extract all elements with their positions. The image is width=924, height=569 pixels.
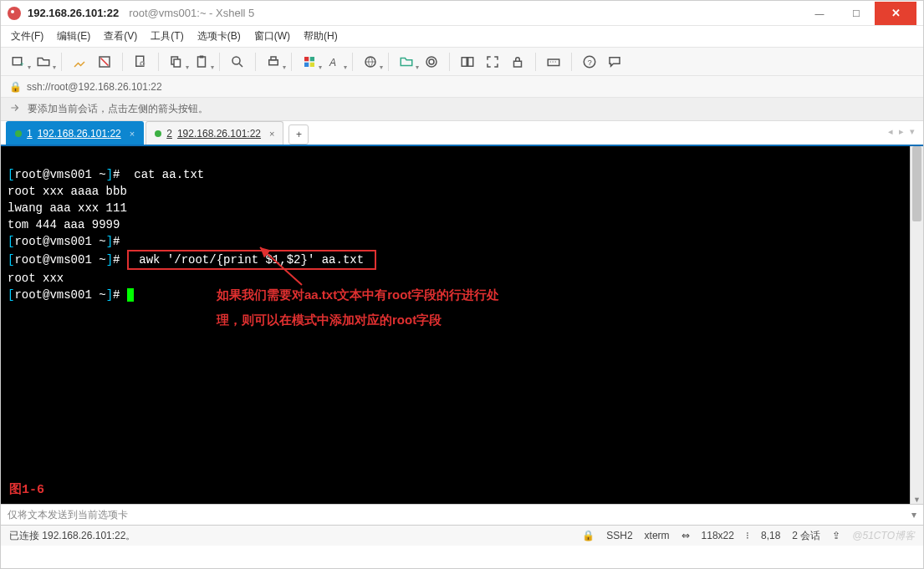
terminal-cursor bbox=[127, 288, 134, 302]
menu-tools[interactable]: 工具(T) bbox=[151, 29, 183, 43]
status-size-icon: ⇔ bbox=[682, 530, 690, 541]
highlighted-command: awk '/root/{print $1,$2}' aa.txt bbox=[127, 250, 376, 270]
disconnect-button[interactable] bbox=[94, 51, 115, 73]
svg-rect-24 bbox=[548, 59, 559, 66]
terminal-scrollbar[interactable]: ▲ ▼ bbox=[910, 146, 923, 504]
tab-number: 2 bbox=[166, 128, 172, 140]
svg-rect-17 bbox=[310, 62, 314, 66]
find-button[interactable] bbox=[227, 51, 248, 73]
fullscreen-button[interactable] bbox=[482, 51, 503, 73]
annotation-text-1: 如果我们需要对aa.txt文本中有root字段的行进行处 bbox=[217, 287, 499, 303]
terminal-area: [[root@vms001 ~]#root@vms001 ~]# cat aa.… bbox=[1, 146, 923, 504]
status-bar: 已连接 192.168.26.101:22。 🔒 SSH2 xterm ⇔ 11… bbox=[1, 526, 923, 546]
tab-nav-arrows[interactable]: ◂ ▸ ▾ bbox=[888, 126, 916, 137]
session-tab-2[interactable]: 2 192.168.26.101:22 × bbox=[145, 121, 283, 145]
scroll-thumb[interactable] bbox=[912, 146, 921, 221]
copy-button[interactable] bbox=[166, 51, 187, 73]
input-dropdown-icon[interactable]: ▾ bbox=[911, 509, 916, 521]
tab-strip: 1 192.168.26.101:22 × 2 192.168.26.101:2… bbox=[1, 121, 923, 146]
status-dot-icon bbox=[15, 130, 22, 137]
encoding-button[interactable] bbox=[360, 51, 381, 73]
status-cursor-pos: 8,18 bbox=[761, 530, 780, 541]
close-button[interactable] bbox=[875, 2, 916, 25]
menu-help[interactable]: 帮助(H) bbox=[304, 29, 338, 43]
svg-rect-12 bbox=[269, 59, 278, 64]
tab-label: 192.168.26.101:22 bbox=[177, 128, 261, 140]
svg-text:+: + bbox=[20, 60, 24, 69]
menu-bar: 文件(F) 编辑(E) 查看(V) 工具(T) 选项卡(B) 窗口(W) 帮助(… bbox=[1, 26, 923, 48]
svg-rect-4 bbox=[136, 56, 144, 66]
svg-rect-22 bbox=[468, 57, 473, 66]
output-line: root xxx aaaa bbb bbox=[8, 185, 127, 198]
window-title-main: 192.168.26.101:22 bbox=[28, 7, 119, 19]
svg-rect-13 bbox=[271, 57, 276, 60]
session-tab-1[interactable]: 1 192.168.26.101:22 × bbox=[6, 121, 144, 145]
print-button[interactable] bbox=[263, 51, 284, 73]
output-line: tom 444 aaa 9999 bbox=[8, 218, 120, 231]
menu-view[interactable]: 查看(V) bbox=[104, 29, 137, 43]
address-url[interactable]: ssh://root@192.168.26.101:22 bbox=[27, 81, 162, 93]
hint-bar: 要添加当前会话，点击左侧的箭头按钮。 bbox=[1, 98, 923, 121]
tab-close-icon[interactable]: × bbox=[130, 129, 135, 139]
svg-line-3 bbox=[101, 58, 109, 65]
scroll-down-icon[interactable]: ▼ bbox=[911, 495, 923, 504]
svg-point-20 bbox=[426, 57, 436, 67]
reconnect-button[interactable] bbox=[69, 51, 90, 73]
svg-rect-8 bbox=[198, 57, 206, 67]
transfer-button[interactable] bbox=[396, 51, 417, 73]
open-session-button[interactable] bbox=[33, 51, 54, 73]
new-session-button[interactable]: + bbox=[8, 51, 29, 73]
output-line: root xxx bbox=[8, 272, 64, 285]
address-bar: 🔒 ssh://root@192.168.26.101:22 bbox=[1, 76, 923, 98]
menu-edit[interactable]: 编辑(E) bbox=[57, 29, 90, 43]
svg-rect-15 bbox=[310, 57, 314, 61]
tab-close-icon[interactable]: × bbox=[269, 129, 274, 139]
terminal[interactable]: [[root@vms001 ~]#root@vms001 ~]# cat aa.… bbox=[1, 146, 910, 504]
svg-line-11 bbox=[239, 64, 242, 67]
paste-button[interactable] bbox=[191, 51, 212, 73]
status-term-type: xterm bbox=[645, 530, 670, 541]
hint-text: 要添加当前会话，点击左侧的箭头按钮。 bbox=[28, 102, 208, 116]
svg-text:?: ? bbox=[588, 58, 592, 66]
hint-arrow-icon[interactable] bbox=[9, 102, 21, 116]
lock-button[interactable] bbox=[507, 51, 528, 73]
tab-label: 192.168.26.101:22 bbox=[38, 128, 121, 140]
title-bar: 192.168.26.101:22 root@vms001:~ - Xshell… bbox=[1, 1, 923, 26]
window-title-sub: root@vms001:~ - Xshell 5 bbox=[129, 7, 254, 19]
status-protocol: SSH2 bbox=[606, 530, 632, 541]
send-input-bar[interactable]: 仅将文本发送到当前选项卡 ▾ bbox=[1, 504, 923, 526]
svg-rect-21 bbox=[462, 57, 467, 66]
status-pos-icon: ⁝ bbox=[746, 530, 749, 541]
output-line: lwang aaa xxx 111 bbox=[8, 201, 127, 215]
minimize-button[interactable] bbox=[801, 2, 838, 25]
add-tab-button[interactable]: + bbox=[288, 124, 309, 145]
menu-window[interactable]: 窗口(W) bbox=[254, 29, 290, 43]
script-button[interactable] bbox=[421, 51, 442, 73]
status-sessions: 2 会话 bbox=[792, 529, 820, 543]
input-placeholder: 仅将文本发送到当前选项卡 bbox=[8, 508, 128, 522]
main-toolbar: + A ? bbox=[1, 48, 923, 76]
properties-button[interactable] bbox=[130, 51, 151, 73]
svg-point-5 bbox=[140, 62, 145, 66]
cmd-cat: cat aa.txt bbox=[127, 168, 204, 181]
status-dot-icon bbox=[155, 130, 161, 137]
lock-icon: 🔒 bbox=[9, 81, 22, 93]
help-button[interactable]: ? bbox=[579, 51, 600, 73]
tab-number: 1 bbox=[27, 128, 33, 140]
font-button[interactable]: A bbox=[324, 51, 345, 73]
figure-label: 图1-6 bbox=[9, 482, 44, 499]
menu-file[interactable]: 文件(F) bbox=[11, 29, 43, 43]
watermark: @51CTO博客 bbox=[852, 529, 915, 543]
svg-rect-9 bbox=[200, 55, 204, 58]
color-scheme-button[interactable] bbox=[299, 51, 320, 73]
svg-rect-16 bbox=[304, 62, 309, 66]
svg-text:A: A bbox=[329, 56, 336, 68]
tile-horizontal-button[interactable] bbox=[457, 51, 478, 73]
maximize-button[interactable] bbox=[838, 2, 875, 25]
keyboard-button[interactable] bbox=[543, 51, 564, 73]
status-connected: 已连接 192.168.26.101:22。 bbox=[9, 529, 135, 543]
feedback-button[interactable] bbox=[604, 51, 625, 73]
svg-rect-23 bbox=[514, 61, 522, 67]
app-icon bbox=[8, 7, 21, 20]
menu-tab[interactable]: 选项卡(B) bbox=[197, 29, 241, 43]
